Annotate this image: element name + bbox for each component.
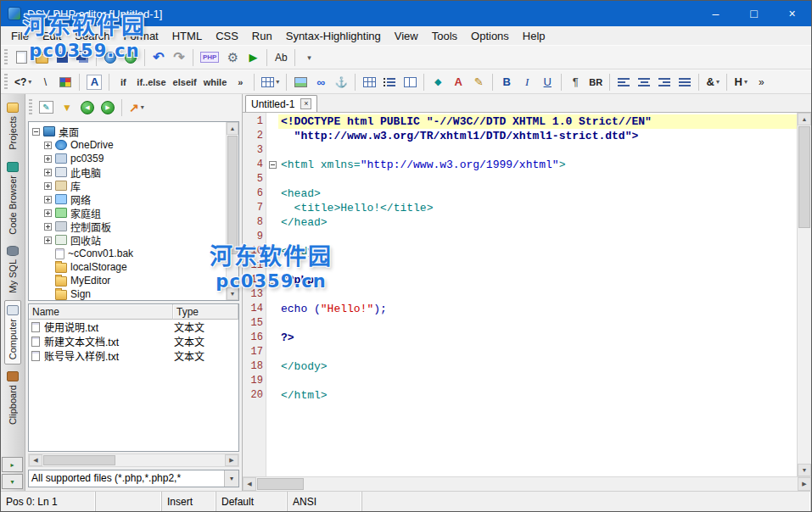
nav-back-button[interactable]: ◀ (77, 97, 98, 118)
tree-item[interactable]: 回收站 (29, 233, 226, 247)
italic-button[interactable]: I (517, 72, 537, 92)
scroll-left-button[interactable]: ◀ (29, 454, 42, 466)
close-button[interactable]: × (773, 1, 811, 26)
color-dialog-button[interactable] (55, 72, 76, 92)
special-chars-button[interactable]: &▾ (703, 72, 723, 92)
snippet-while-button[interactable]: while (200, 72, 231, 92)
file-list-hscrollbar[interactable]: ◀ ▶ (28, 454, 239, 467)
paragraph-button[interactable]: ¶ (565, 72, 585, 92)
file-list-row[interactable]: 新建文本文档.txt文本文 (29, 334, 238, 348)
publish-button[interactable]: ↑ (120, 47, 141, 68)
column-header-name[interactable]: Name (29, 304, 173, 320)
editor-vscrollbar[interactable]: ▲ ▼ (797, 113, 811, 476)
tree-item[interactable]: 网络 (29, 192, 226, 206)
php-tags-button[interactable]: <?▾ (11, 72, 35, 92)
folder-tree[interactable]: 桌面OneDrivepc0359此电脑库网络家庭组控制面板回收站~cConv01… (29, 122, 226, 300)
snippet-if-else-button[interactable]: if..else (133, 72, 169, 92)
editor-tab[interactable]: Untitled-1 × (245, 95, 317, 112)
bold-button[interactable]: B (496, 72, 517, 92)
snippet-overflow-button[interactable]: » (230, 72, 250, 92)
sidebar-tab-my-sql[interactable]: My SQL (4, 241, 21, 298)
tree-item[interactable]: 库 (29, 179, 226, 192)
file-list-row[interactable]: 账号导入样例.txt文本文 (29, 348, 238, 363)
tree-item[interactable]: 家庭组 (29, 206, 226, 220)
scrollbar-thumb[interactable] (798, 126, 810, 228)
tree-item[interactable]: pc0359 (29, 152, 226, 165)
menu-item-edit[interactable]: Edit (36, 28, 68, 44)
dock-toggle-button-2[interactable]: ▾ (2, 474, 23, 489)
file-filter-combobox[interactable]: All supported files (*.php,*.php2,* ▾ (28, 470, 239, 487)
align-justify-button[interactable] (675, 72, 695, 92)
menu-item-file[interactable]: File (4, 28, 36, 44)
preview-in-browser-button[interactable] (100, 47, 120, 68)
edit-selected-button[interactable]: ✎ (36, 97, 57, 118)
scrollbar-thumb[interactable] (257, 478, 304, 490)
menu-item-syntax-highlighting[interactable]: Syntax-Highlighting (279, 28, 388, 44)
sidebar-tab-code-browser[interactable]: Code Browser (4, 157, 21, 240)
tree-expand-plus-icon[interactable] (44, 196, 52, 203)
tree-scrollbar[interactable]: ▲ ▼ (226, 122, 238, 300)
align-left-button[interactable] (613, 72, 634, 92)
scroll-down-button[interactable]: ▼ (798, 464, 811, 476)
tree-item[interactable]: ~cConv01.bak (29, 247, 226, 260)
tree-expand-plus-icon[interactable] (44, 155, 52, 163)
highlight-text-button[interactable]: ✎ (468, 72, 489, 92)
nav-forward-button[interactable]: ▶ (98, 97, 118, 118)
snippet-if-button[interactable]: if (113, 72, 133, 92)
sidebar-tab-projects[interactable]: Projects (4, 97, 21, 155)
tree-item[interactable]: 此电脑 (29, 165, 226, 179)
menu-item-html[interactable]: HTML (165, 28, 209, 44)
toolbar-gripper[interactable] (29, 99, 32, 116)
scrollbar-thumb[interactable] (43, 455, 115, 465)
menu-item-view[interactable]: View (388, 28, 425, 44)
php-settings-button[interactable]: ⚙ (222, 47, 243, 68)
tree-expand-plus-icon[interactable] (44, 209, 52, 217)
code-area[interactable]: 1<!DOCTYPE html PUBLIC "-//W3C//DTD XHTM… (243, 113, 797, 476)
minimize-button[interactable]: – (697, 1, 735, 26)
tree-item[interactable]: OneDrive (29, 138, 226, 152)
tree-expand-minus-icon[interactable] (32, 128, 40, 136)
insert-hr-button[interactable]: ◆ (428, 72, 448, 92)
toolbar-overflow-button[interactable]: ▾ (299, 47, 319, 68)
tree-item[interactable]: MyEditor (29, 274, 226, 287)
run-script-button[interactable]: ▶ (243, 47, 263, 68)
align-right-button[interactable] (654, 72, 675, 92)
fold-toggle[interactable] (266, 273, 278, 287)
line-break-button[interactable]: BR (585, 72, 606, 92)
tree-expand-plus-icon[interactable] (44, 142, 52, 149)
insert-anchor-button[interactable]: ⚓ (331, 72, 351, 92)
toolbar-gripper[interactable] (4, 49, 8, 66)
column-header-type[interactable]: Type (173, 304, 238, 320)
undo-button[interactable]: ↶ (148, 47, 169, 68)
tree-expand-plus-icon[interactable] (44, 223, 52, 231)
tree-item[interactable]: 控制面板 (29, 220, 226, 233)
spell-check-button[interactable]: Ab (271, 47, 291, 68)
redo-button[interactable]: ↷ (169, 47, 189, 68)
scroll-right-button[interactable]: ▶ (798, 477, 811, 491)
tree-item[interactable]: Sign (29, 287, 226, 300)
scrollbar-thumb[interactable] (227, 136, 238, 254)
file-list-row[interactable]: 使用说明.txt文本文 (29, 320, 238, 334)
scroll-track[interactable] (798, 125, 811, 464)
dropdown-arrow-icon[interactable]: ▾ (224, 470, 238, 487)
snippet-elseif-button[interactable]: elseif (170, 72, 200, 92)
maximize-button[interactable]: □ (735, 1, 773, 26)
menu-item-help[interactable]: Help (516, 28, 552, 44)
sidebar-tab-clipboard[interactable]: Clipboard (4, 366, 21, 430)
underline-button[interactable]: U (537, 72, 557, 92)
escape-char-button[interactable]: \ (35, 72, 55, 92)
menu-item-search[interactable]: Search (68, 28, 116, 44)
menu-item-format[interactable]: Format (117, 28, 165, 44)
save-all-button[interactable] (72, 47, 92, 68)
menu-item-run[interactable]: Run (245, 28, 279, 44)
scroll-up-button[interactable]: ▲ (227, 122, 238, 135)
editor-hscrollbar[interactable]: ◀ ▶ (243, 476, 811, 491)
scroll-right-button[interactable]: ▶ (225, 454, 238, 466)
scroll-down-button[interactable]: ▼ (227, 287, 238, 300)
filter-files-button[interactable]: ▼ (57, 97, 77, 118)
scroll-up-button[interactable]: ▲ (798, 113, 811, 125)
php-syntax-check-button[interactable]: PHP (197, 47, 222, 68)
menu-item-tools[interactable]: Tools (425, 28, 464, 44)
quick-table-button[interactable]: ▾ (258, 72, 283, 92)
open-file-button[interactable] (31, 47, 52, 68)
